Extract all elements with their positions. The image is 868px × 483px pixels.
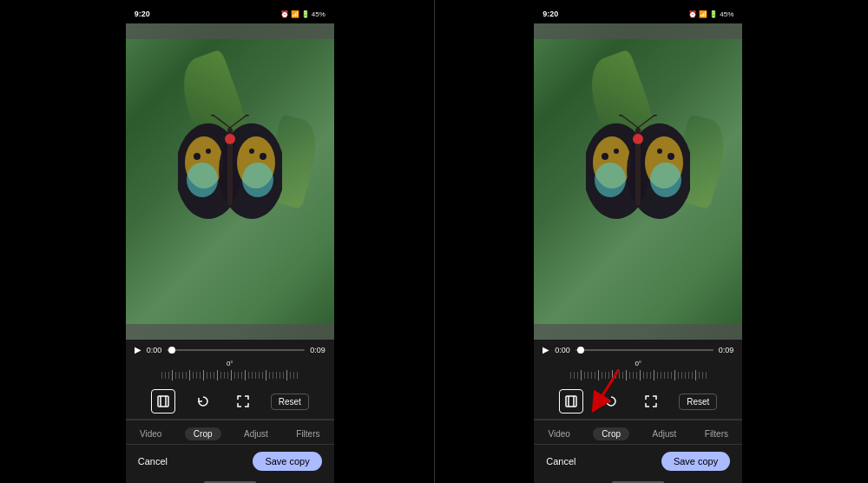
left-status-icons: ⏰ 📶 🔋 45% (280, 10, 326, 18)
left-current-time: 0:00 (147, 346, 162, 354)
tick (266, 370, 266, 380)
tick (619, 372, 620, 379)
left-reset-button[interactable]: Reset (271, 394, 309, 410)
right-home-indicator (534, 478, 742, 483)
right-play-button[interactable]: ▶ (542, 345, 549, 354)
tick (293, 372, 294, 379)
svg-point-15 (249, 149, 254, 154)
left-play-button[interactable]: ▶ (135, 345, 141, 354)
left-progress-track[interactable] (167, 349, 305, 351)
tick (200, 372, 201, 379)
tick (224, 372, 225, 379)
tick (179, 372, 180, 379)
right-phone-screen: 9:20 ⏰ 📶 🔋 45% (534, 4, 742, 483)
tick (279, 372, 280, 379)
right-tab-filters[interactable]: Filters (700, 427, 733, 440)
right-tabs-bar: Video Crop Adjust Filters (534, 420, 742, 444)
right-butterfly-svg (586, 115, 690, 236)
left-tick-marks (161, 370, 298, 380)
left-battery-pct: 45% (312, 10, 326, 18)
tick (657, 372, 658, 379)
svg-point-12 (194, 153, 201, 160)
tick (588, 372, 589, 379)
tick (654, 370, 654, 380)
right-tab-crop[interactable]: Crop (593, 427, 629, 440)
right-rotate-tool-button[interactable] (599, 389, 623, 414)
left-rotate-tool-button[interactable] (191, 389, 215, 414)
right-time: 9:20 (542, 10, 558, 18)
tick (685, 372, 686, 379)
tick (175, 372, 176, 379)
left-tab-adjust[interactable]: Adjust (239, 427, 273, 440)
svg-rect-16 (158, 396, 168, 407)
right-progress-track[interactable] (575, 349, 713, 351)
left-tab-filters[interactable]: Filters (291, 427, 325, 440)
tick (574, 372, 575, 379)
tick (189, 370, 190, 380)
left-butterfly-svg (178, 115, 282, 236)
left-rotation-label: 0° (227, 360, 233, 367)
left-rotation-bar[interactable]: 0° (126, 360, 334, 384)
right-tab-video[interactable]: Video (542, 427, 575, 440)
left-tab-crop[interactable]: Crop (185, 427, 221, 440)
right-expand-tool-button[interactable] (639, 389, 663, 414)
tick (252, 372, 253, 379)
tick (182, 372, 183, 379)
tick (168, 372, 169, 379)
left-expand-tool-button[interactable] (231, 389, 255, 414)
right-cancel-button[interactable]: Cancel (546, 456, 575, 466)
left-video-area (126, 23, 334, 340)
tick (584, 372, 585, 379)
right-tab-adjust[interactable]: Adjust (648, 427, 682, 440)
right-save-button[interactable]: Save copy (661, 452, 730, 471)
right-crop-overlay-top (534, 23, 742, 39)
tick (643, 372, 644, 379)
svg-point-7 (225, 134, 235, 144)
left-playback-bar[interactable]: ▶ 0:00 0:09 (126, 340, 334, 360)
tick (667, 372, 668, 379)
tick (269, 372, 270, 379)
tick (207, 372, 207, 379)
right-reset-button[interactable]: Reset (679, 394, 717, 410)
tick (276, 372, 277, 379)
tick (647, 372, 648, 379)
tick (626, 370, 627, 380)
right-action-bar: Cancel Save copy (534, 444, 742, 478)
left-time: 9:20 (135, 10, 150, 18)
right-crop-tool-button[interactable] (559, 389, 583, 414)
left-wifi-icon: 📶 (291, 10, 299, 18)
left-crop-tool-button[interactable] (151, 389, 175, 414)
tick (661, 372, 661, 379)
tick (227, 372, 228, 379)
tick (695, 370, 696, 380)
tick (234, 372, 235, 379)
tick (570, 372, 571, 379)
left-panel: 9:20 ⏰ 📶 🔋 45% (0, 0, 434, 483)
left-tab-video[interactable]: Video (135, 427, 167, 440)
tick (595, 372, 595, 379)
left-crop-overlay-bottom (126, 324, 334, 340)
right-progress-thumb[interactable] (577, 347, 584, 354)
tick (674, 370, 675, 380)
right-rotation-bar[interactable]: 0° (534, 360, 742, 384)
right-battery-icon: 🔋 (709, 10, 718, 18)
left-action-bar: Cancel Save copy (126, 444, 334, 478)
tick (622, 372, 623, 379)
right-butterfly-bg (534, 23, 742, 340)
tick (629, 372, 630, 379)
tick (262, 372, 263, 379)
tick (678, 372, 679, 379)
tick (220, 372, 221, 379)
right-playback-bar[interactable]: ▶ 0:00 0:09 (534, 340, 742, 360)
tick (706, 372, 707, 379)
left-save-button[interactable]: Save copy (253, 452, 321, 471)
tick (664, 372, 665, 379)
tick (210, 372, 211, 379)
left-progress-thumb[interactable] (168, 347, 175, 354)
left-cancel-button[interactable]: Cancel (138, 456, 168, 466)
svg-point-14 (260, 153, 266, 160)
tick (598, 370, 599, 380)
tick (702, 372, 703, 379)
tick (214, 372, 214, 379)
tick (608, 372, 609, 379)
